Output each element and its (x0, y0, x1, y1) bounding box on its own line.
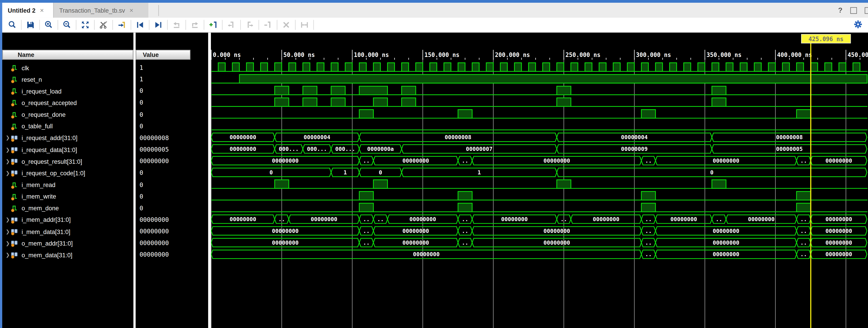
svg-text:00000000: 00000000 (230, 134, 256, 140)
svg-text:00000005: 00000005 (776, 146, 803, 152)
signal-name-label: i_request_data[31:0] (22, 146, 77, 153)
signal-value-row[interactable]: 0 (135, 179, 208, 190)
signal-value-row[interactable]: 0 (135, 109, 208, 120)
previous-transition-icon[interactable] (134, 20, 146, 31)
signal-row-o_table_full[interactable]: o_table_full (2, 121, 133, 132)
svg-text:300.000 ns: 300.000 ns (636, 52, 671, 58)
window-top-border (0, 0, 868, 3)
svg-text:1: 1 (477, 169, 481, 176)
name-header-label: Name (18, 52, 34, 58)
expand-chevron-icon[interactable]: ❯ (5, 217, 10, 223)
settings-gear-icon[interactable] (854, 20, 865, 31)
signal-value-row[interactable]: 0 (135, 86, 208, 97)
zoom-fit-icon[interactable] (80, 20, 91, 31)
swap-previous-icon[interactable] (171, 20, 182, 31)
signal-value-row[interactable]: 0 (135, 97, 208, 109)
previous-marker-icon[interactable] (226, 20, 237, 31)
bus-signal-icon (11, 157, 19, 166)
value-wave-divider[interactable] (208, 33, 211, 328)
expand-chevron-icon[interactable]: ❯ (5, 135, 10, 141)
svg-text:..: .. (645, 239, 652, 246)
tab-bar: Untitled 2 × Transaction_Table_tb.sv × ? (2, 3, 868, 18)
expand-chevron-icon[interactable]: ❯ (5, 170, 10, 176)
next-transition-icon[interactable] (153, 20, 164, 31)
signal-value-row[interactable]: 00000005 (135, 144, 208, 156)
svg-text:0: 0 (710, 169, 714, 176)
signal-value-row[interactable]: 00000000 (135, 237, 208, 249)
wave-canvas[interactable]: 0000000000000004000000080000000400000008… (211, 33, 868, 328)
tab-untitled-2[interactable]: Untitled 2 × (2, 3, 53, 18)
toolbar-separator (295, 20, 296, 30)
signal-value-row[interactable]: 1 (135, 74, 208, 85)
close-window-icon[interactable] (865, 7, 868, 13)
signal-row-o_request_result[interactable]: ❯o_request_result[31:0] (2, 156, 133, 167)
signal-value: 0 (135, 169, 143, 177)
tab-close-icon[interactable]: × (40, 7, 44, 13)
expand-chevron-icon[interactable]: ❯ (5, 240, 10, 246)
svg-text:00000000: 00000000 (826, 251, 852, 258)
signal-value-row[interactable]: 00000000 (135, 156, 208, 167)
signal-row-o_request_done[interactable]: o_request_done (2, 109, 133, 120)
bit-signal-icon (11, 110, 19, 119)
help-icon[interactable]: ? (838, 6, 842, 14)
svg-text:250.000 ns: 250.000 ns (565, 52, 600, 58)
zoom-in-icon[interactable] (43, 20, 54, 31)
signal-row-i_mem_data[interactable]: ❯i_mem_data[31:0] (2, 226, 133, 237)
svg-text:..: .. (377, 216, 383, 223)
value-column-header[interactable]: Value (135, 50, 190, 60)
signal-row-i_request_addr[interactable]: ❯i_request_addr[31:0] (2, 132, 133, 144)
svg-text:..: .. (800, 216, 807, 223)
tab-transaction-table-tb[interactable]: Transaction_Table_tb.sv × (53, 3, 148, 18)
toolbar-separator (39, 20, 40, 30)
svg-text:00000000: 00000000 (671, 216, 697, 223)
swap-next-icon[interactable] (189, 20, 200, 31)
remove-marker-icon[interactable] (262, 20, 274, 31)
signal-row-i_request_load[interactable]: i_request_load (2, 86, 133, 97)
signal-row-reset_n[interactable]: reset_n (2, 74, 133, 85)
delete-icon[interactable] (281, 20, 292, 31)
tab-close-icon[interactable]: × (129, 7, 133, 13)
svg-text:100.000 ns: 100.000 ns (354, 52, 389, 58)
signal-value-row[interactable]: 00000000 (135, 214, 208, 225)
svg-text:00000000: 00000000 (402, 158, 429, 164)
search-icon[interactable] (6, 20, 18, 31)
signal-value-row[interactable]: 0 (135, 191, 208, 202)
signal-value-row[interactable]: 00000008 (135, 132, 208, 144)
signal-row-o_mem_addr[interactable]: ❯o_mem_addr[31:0] (2, 237, 133, 249)
next-marker-icon[interactable] (244, 20, 255, 31)
signal-row-clk[interactable]: clk (2, 62, 133, 73)
signal-row-i_mem_addr[interactable]: ❯i_mem_addr[31:0] (2, 214, 133, 225)
signal-row-i_request_op_code[interactable]: ❯i_request_op_code[1:0] (2, 167, 133, 179)
signal-value-row[interactable]: 0 (135, 167, 208, 179)
expand-chevron-icon[interactable]: ❯ (5, 159, 10, 164)
bit-signal-icon (11, 87, 19, 95)
float-window-icon[interactable] (850, 7, 857, 13)
expand-chevron-icon[interactable]: ❯ (5, 147, 10, 152)
svg-text:..: .. (800, 251, 807, 258)
zoom-out-icon[interactable] (61, 20, 72, 31)
name-value-divider[interactable] (133, 33, 135, 328)
signal-value-row[interactable]: 00000000 (135, 226, 208, 237)
save-icon[interactable] (25, 20, 36, 31)
svg-text:..: .. (278, 216, 285, 223)
expand-chevron-icon[interactable]: ❯ (5, 252, 10, 258)
expand-chevron-icon[interactable]: ❯ (5, 229, 10, 234)
signal-row-i_mem_write[interactable]: i_mem_write (2, 191, 133, 202)
signal-row-i_mem_read[interactable]: i_mem_read (2, 179, 133, 190)
svg-text:..: .. (462, 158, 468, 164)
signal-value-row[interactable]: 0 (135, 121, 208, 132)
go-to-time-icon[interactable] (116, 20, 127, 31)
signal-row-i_request_data[interactable]: ❯i_request_data[31:0] (2, 144, 133, 156)
signal-value-row[interactable]: 00000000 (135, 249, 208, 261)
signal-value: 00000000 (135, 158, 169, 165)
snip-icon[interactable] (98, 20, 109, 31)
name-column-header[interactable]: Name (2, 50, 133, 60)
signal-value-row[interactable]: 0 (135, 202, 208, 214)
signal-row-o_mem_done[interactable]: o_mem_done (2, 202, 133, 214)
fit-markers-icon[interactable] (299, 20, 310, 31)
signal-value-row[interactable]: 1 (135, 62, 208, 73)
signal-row-o_request_accepted[interactable]: o_request_accepted (2, 97, 133, 109)
signal-row-o_mem_data[interactable]: ❯o_mem_data[31:0] (2, 249, 133, 261)
svg-text:..: .. (363, 228, 370, 234)
add-marker-icon[interactable] (208, 20, 219, 31)
